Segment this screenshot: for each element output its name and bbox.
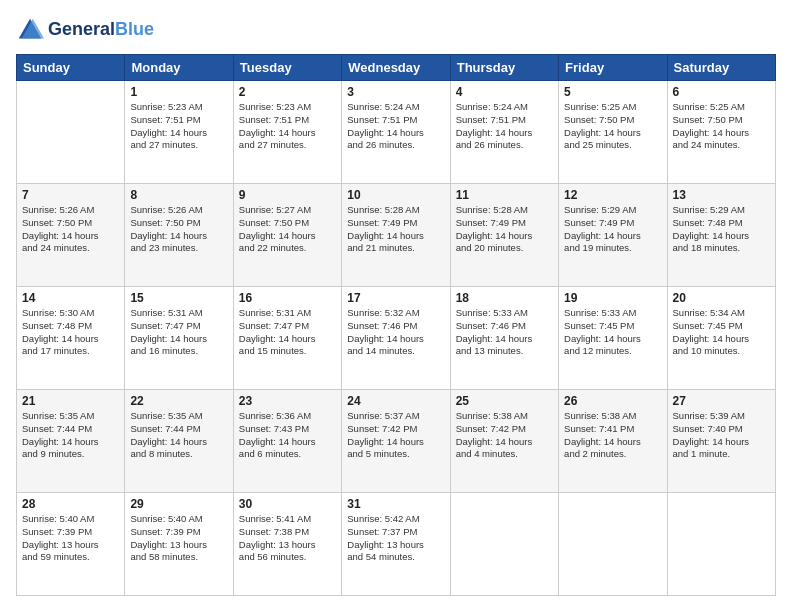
weekday-header: Wednesday bbox=[342, 55, 450, 81]
calendar-week-row: 1Sunrise: 5:23 AM Sunset: 7:51 PM Daylig… bbox=[17, 81, 776, 184]
calendar-cell: 5Sunrise: 5:25 AM Sunset: 7:50 PM Daylig… bbox=[559, 81, 667, 184]
day-number: 8 bbox=[130, 188, 227, 202]
calendar-week-row: 14Sunrise: 5:30 AM Sunset: 7:48 PM Dayli… bbox=[17, 287, 776, 390]
calendar-cell: 6Sunrise: 5:25 AM Sunset: 7:50 PM Daylig… bbox=[667, 81, 775, 184]
calendar-cell: 31Sunrise: 5:42 AM Sunset: 7:37 PM Dayli… bbox=[342, 493, 450, 596]
day-number: 30 bbox=[239, 497, 336, 511]
page: GeneralBlue SundayMondayTuesdayWednesday… bbox=[0, 0, 792, 612]
day-number: 31 bbox=[347, 497, 444, 511]
day-number: 24 bbox=[347, 394, 444, 408]
day-info: Sunrise: 5:38 AM Sunset: 7:42 PM Dayligh… bbox=[456, 410, 553, 461]
calendar-week-row: 7Sunrise: 5:26 AM Sunset: 7:50 PM Daylig… bbox=[17, 184, 776, 287]
calendar-week-row: 21Sunrise: 5:35 AM Sunset: 7:44 PM Dayli… bbox=[17, 390, 776, 493]
day-info: Sunrise: 5:26 AM Sunset: 7:50 PM Dayligh… bbox=[22, 204, 119, 255]
day-info: Sunrise: 5:31 AM Sunset: 7:47 PM Dayligh… bbox=[239, 307, 336, 358]
calendar-cell: 7Sunrise: 5:26 AM Sunset: 7:50 PM Daylig… bbox=[17, 184, 125, 287]
day-info: Sunrise: 5:26 AM Sunset: 7:50 PM Dayligh… bbox=[130, 204, 227, 255]
weekday-header: Friday bbox=[559, 55, 667, 81]
calendar-cell bbox=[17, 81, 125, 184]
calendar-cell: 22Sunrise: 5:35 AM Sunset: 7:44 PM Dayli… bbox=[125, 390, 233, 493]
day-number: 17 bbox=[347, 291, 444, 305]
calendar-cell: 21Sunrise: 5:35 AM Sunset: 7:44 PM Dayli… bbox=[17, 390, 125, 493]
day-number: 20 bbox=[673, 291, 770, 305]
day-number: 18 bbox=[456, 291, 553, 305]
calendar-cell: 8Sunrise: 5:26 AM Sunset: 7:50 PM Daylig… bbox=[125, 184, 233, 287]
calendar-cell: 15Sunrise: 5:31 AM Sunset: 7:47 PM Dayli… bbox=[125, 287, 233, 390]
day-number: 25 bbox=[456, 394, 553, 408]
day-info: Sunrise: 5:31 AM Sunset: 7:47 PM Dayligh… bbox=[130, 307, 227, 358]
weekday-header: Saturday bbox=[667, 55, 775, 81]
day-number: 23 bbox=[239, 394, 336, 408]
day-info: Sunrise: 5:40 AM Sunset: 7:39 PM Dayligh… bbox=[22, 513, 119, 564]
day-info: Sunrise: 5:40 AM Sunset: 7:39 PM Dayligh… bbox=[130, 513, 227, 564]
weekday-header: Thursday bbox=[450, 55, 558, 81]
calendar-cell: 12Sunrise: 5:29 AM Sunset: 7:49 PM Dayli… bbox=[559, 184, 667, 287]
day-info: Sunrise: 5:42 AM Sunset: 7:37 PM Dayligh… bbox=[347, 513, 444, 564]
calendar-table: SundayMondayTuesdayWednesdayThursdayFrid… bbox=[16, 54, 776, 596]
day-info: Sunrise: 5:24 AM Sunset: 7:51 PM Dayligh… bbox=[347, 101, 444, 152]
day-number: 26 bbox=[564, 394, 661, 408]
logo-icon bbox=[16, 16, 44, 44]
day-info: Sunrise: 5:24 AM Sunset: 7:51 PM Dayligh… bbox=[456, 101, 553, 152]
calendar-cell: 14Sunrise: 5:30 AM Sunset: 7:48 PM Dayli… bbox=[17, 287, 125, 390]
calendar-cell bbox=[559, 493, 667, 596]
calendar-cell: 11Sunrise: 5:28 AM Sunset: 7:49 PM Dayli… bbox=[450, 184, 558, 287]
calendar-body: 1Sunrise: 5:23 AM Sunset: 7:51 PM Daylig… bbox=[17, 81, 776, 596]
day-number: 15 bbox=[130, 291, 227, 305]
day-number: 19 bbox=[564, 291, 661, 305]
day-info: Sunrise: 5:23 AM Sunset: 7:51 PM Dayligh… bbox=[130, 101, 227, 152]
day-number: 7 bbox=[22, 188, 119, 202]
day-number: 3 bbox=[347, 85, 444, 99]
calendar-cell: 3Sunrise: 5:24 AM Sunset: 7:51 PM Daylig… bbox=[342, 81, 450, 184]
day-number: 2 bbox=[239, 85, 336, 99]
calendar-cell: 24Sunrise: 5:37 AM Sunset: 7:42 PM Dayli… bbox=[342, 390, 450, 493]
day-info: Sunrise: 5:38 AM Sunset: 7:41 PM Dayligh… bbox=[564, 410, 661, 461]
day-number: 9 bbox=[239, 188, 336, 202]
day-number: 1 bbox=[130, 85, 227, 99]
header: GeneralBlue bbox=[16, 16, 776, 44]
day-info: Sunrise: 5:25 AM Sunset: 7:50 PM Dayligh… bbox=[564, 101, 661, 152]
day-number: 6 bbox=[673, 85, 770, 99]
calendar-cell: 4Sunrise: 5:24 AM Sunset: 7:51 PM Daylig… bbox=[450, 81, 558, 184]
day-info: Sunrise: 5:41 AM Sunset: 7:38 PM Dayligh… bbox=[239, 513, 336, 564]
logo-text: GeneralBlue bbox=[48, 20, 154, 40]
calendar-cell bbox=[667, 493, 775, 596]
day-info: Sunrise: 5:23 AM Sunset: 7:51 PM Dayligh… bbox=[239, 101, 336, 152]
calendar-cell: 25Sunrise: 5:38 AM Sunset: 7:42 PM Dayli… bbox=[450, 390, 558, 493]
calendar-cell: 9Sunrise: 5:27 AM Sunset: 7:50 PM Daylig… bbox=[233, 184, 341, 287]
calendar-cell: 10Sunrise: 5:28 AM Sunset: 7:49 PM Dayli… bbox=[342, 184, 450, 287]
day-number: 14 bbox=[22, 291, 119, 305]
day-info: Sunrise: 5:37 AM Sunset: 7:42 PM Dayligh… bbox=[347, 410, 444, 461]
day-info: Sunrise: 5:35 AM Sunset: 7:44 PM Dayligh… bbox=[22, 410, 119, 461]
day-number: 22 bbox=[130, 394, 227, 408]
calendar-cell: 27Sunrise: 5:39 AM Sunset: 7:40 PM Dayli… bbox=[667, 390, 775, 493]
day-info: Sunrise: 5:33 AM Sunset: 7:46 PM Dayligh… bbox=[456, 307, 553, 358]
day-number: 10 bbox=[347, 188, 444, 202]
calendar-cell: 18Sunrise: 5:33 AM Sunset: 7:46 PM Dayli… bbox=[450, 287, 558, 390]
day-number: 27 bbox=[673, 394, 770, 408]
calendar-cell: 17Sunrise: 5:32 AM Sunset: 7:46 PM Dayli… bbox=[342, 287, 450, 390]
calendar-cell: 1Sunrise: 5:23 AM Sunset: 7:51 PM Daylig… bbox=[125, 81, 233, 184]
day-info: Sunrise: 5:33 AM Sunset: 7:45 PM Dayligh… bbox=[564, 307, 661, 358]
calendar-cell: 19Sunrise: 5:33 AM Sunset: 7:45 PM Dayli… bbox=[559, 287, 667, 390]
day-info: Sunrise: 5:29 AM Sunset: 7:49 PM Dayligh… bbox=[564, 204, 661, 255]
day-number: 12 bbox=[564, 188, 661, 202]
calendar-cell: 30Sunrise: 5:41 AM Sunset: 7:38 PM Dayli… bbox=[233, 493, 341, 596]
calendar-cell: 20Sunrise: 5:34 AM Sunset: 7:45 PM Dayli… bbox=[667, 287, 775, 390]
day-number: 13 bbox=[673, 188, 770, 202]
day-info: Sunrise: 5:30 AM Sunset: 7:48 PM Dayligh… bbox=[22, 307, 119, 358]
day-number: 29 bbox=[130, 497, 227, 511]
day-info: Sunrise: 5:28 AM Sunset: 7:49 PM Dayligh… bbox=[456, 204, 553, 255]
day-info: Sunrise: 5:35 AM Sunset: 7:44 PM Dayligh… bbox=[130, 410, 227, 461]
calendar-cell bbox=[450, 493, 558, 596]
day-number: 28 bbox=[22, 497, 119, 511]
day-info: Sunrise: 5:25 AM Sunset: 7:50 PM Dayligh… bbox=[673, 101, 770, 152]
calendar-cell: 28Sunrise: 5:40 AM Sunset: 7:39 PM Dayli… bbox=[17, 493, 125, 596]
weekday-header: Tuesday bbox=[233, 55, 341, 81]
calendar-cell: 13Sunrise: 5:29 AM Sunset: 7:48 PM Dayli… bbox=[667, 184, 775, 287]
calendar-week-row: 28Sunrise: 5:40 AM Sunset: 7:39 PM Dayli… bbox=[17, 493, 776, 596]
day-info: Sunrise: 5:28 AM Sunset: 7:49 PM Dayligh… bbox=[347, 204, 444, 255]
day-info: Sunrise: 5:36 AM Sunset: 7:43 PM Dayligh… bbox=[239, 410, 336, 461]
day-info: Sunrise: 5:27 AM Sunset: 7:50 PM Dayligh… bbox=[239, 204, 336, 255]
day-number: 4 bbox=[456, 85, 553, 99]
